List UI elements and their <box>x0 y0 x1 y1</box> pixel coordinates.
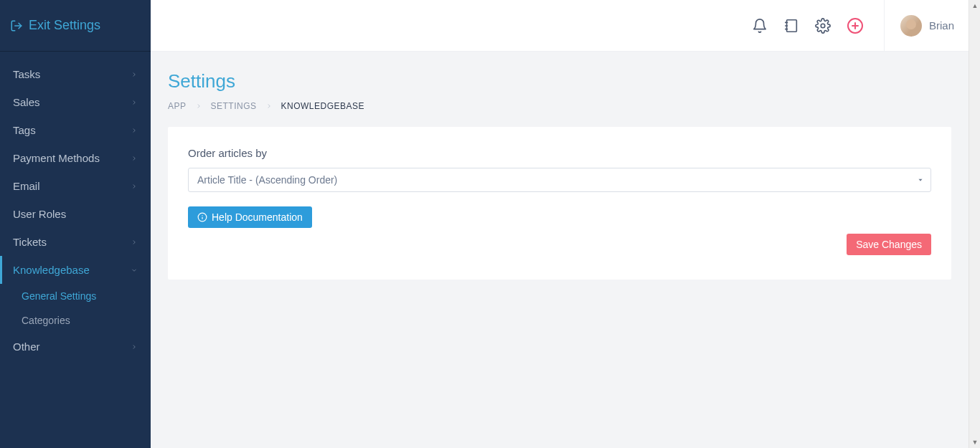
sidebar-subnav-knowledgebase: General Settings Categories <box>0 284 151 333</box>
sidebar-item-sales[interactable]: Sales <box>0 88 151 116</box>
notebook-icon[interactable] <box>783 18 799 34</box>
help-documentation-label: Help Documentation <box>212 211 303 223</box>
settings-panel: Order articles by Article Title - (Ascen… <box>168 127 951 280</box>
panel-footer: Save Changes <box>188 234 931 255</box>
sidebar-item-email[interactable]: Email <box>0 172 151 200</box>
chevron-right-icon <box>131 239 138 246</box>
sidebar-sub-general-settings[interactable]: General Settings <box>0 284 151 308</box>
exit-settings-label: Exit Settings <box>29 18 100 33</box>
order-articles-label: Order articles by <box>188 147 931 159</box>
sidebar-item-label: Tasks <box>13 68 40 80</box>
content: Settings APP SETTINGS KNOWLEDGEBASE Orde… <box>151 52 969 298</box>
user-name: Brian <box>929 19 954 32</box>
exit-icon <box>10 19 23 32</box>
sidebar-item-tickets[interactable]: Tickets <box>0 228 151 256</box>
save-changes-label: Save Changes <box>856 239 922 250</box>
breadcrumb: APP SETTINGS KNOWLEDGEBASE <box>168 101 951 111</box>
svg-point-5 <box>821 24 825 28</box>
order-articles-select-wrap: Article Title - (Ascending Order) <box>188 168 931 192</box>
chevron-right-icon <box>131 183 138 190</box>
page-title: Settings <box>168 70 951 92</box>
exit-settings-link[interactable]: Exit Settings <box>0 0 151 52</box>
breadcrumb-app[interactable]: APP <box>168 101 187 111</box>
sidebar-item-knowledgebase[interactable]: Knowledgebase <box>0 256 151 284</box>
sidebar-item-payment-methods[interactable]: Payment Methods <box>0 144 151 172</box>
order-articles-select[interactable]: Article Title - (Ascending Order) <box>188 168 931 192</box>
sidebar-item-label: Tags <box>13 124 36 136</box>
svg-rect-1 <box>787 19 797 32</box>
scroll-down-button[interactable]: ▼ <box>969 437 980 448</box>
chevron-right-icon <box>131 99 138 106</box>
chevron-right-icon <box>265 103 273 110</box>
chevron-right-icon <box>131 155 138 162</box>
sidebar-item-other[interactable]: Other <box>0 333 151 361</box>
info-icon <box>197 212 207 222</box>
sidebar-item-label: Tickets <box>13 236 47 248</box>
sidebar-item-label: Other <box>13 340 40 353</box>
chevron-right-icon <box>131 343 138 351</box>
add-circle-icon[interactable] <box>847 17 864 34</box>
chevron-down-icon <box>131 267 138 274</box>
sidebar-item-user-roles[interactable]: User Roles <box>0 200 151 228</box>
breadcrumb-settings[interactable]: SETTINGS <box>211 101 257 111</box>
topbar: Brian <box>151 0 969 52</box>
avatar <box>900 15 922 37</box>
notifications-icon[interactable] <box>752 18 768 34</box>
scrollbar[interactable]: ▲ ▼ <box>969 0 980 448</box>
sidebar-sub-categories[interactable]: Categories <box>0 308 151 333</box>
scroll-track[interactable] <box>969 11 980 437</box>
gear-icon[interactable] <box>815 18 831 34</box>
sidebar-item-label: User Roles <box>13 208 66 220</box>
sidebar-item-label: Email <box>13 180 40 192</box>
save-changes-button[interactable]: Save Changes <box>847 234 931 255</box>
topbar-icons <box>752 17 864 34</box>
breadcrumb-knowledgebase: KNOWLEDGEBASE <box>281 101 365 111</box>
sidebar-item-tags[interactable]: Tags <box>0 116 151 144</box>
scroll-up-button[interactable]: ▲ <box>969 0 980 11</box>
chevron-right-icon <box>131 127 138 134</box>
sidebar-item-label: Payment Methods <box>13 152 100 164</box>
sidebar-item-tasks[interactable]: Tasks <box>0 60 151 88</box>
chevron-right-icon <box>195 103 202 110</box>
sidebar: Exit Settings Tasks Sales Tags Payment M… <box>0 0 151 448</box>
sidebar-item-label: Sales <box>13 96 40 108</box>
sidebar-nav: Tasks Sales Tags Payment Methods Email U… <box>0 52 151 369</box>
main: Brian Settings APP SETTINGS KNOWLEDGEBAS… <box>151 0 969 448</box>
sidebar-sub-label: Categories <box>22 315 70 326</box>
sidebar-sub-label: General Settings <box>22 290 96 302</box>
help-documentation-button[interactable]: Help Documentation <box>188 206 312 228</box>
user-menu[interactable]: Brian <box>884 0 954 52</box>
sidebar-item-label: Knowledgebase <box>13 264 90 276</box>
chevron-right-icon <box>131 71 138 78</box>
